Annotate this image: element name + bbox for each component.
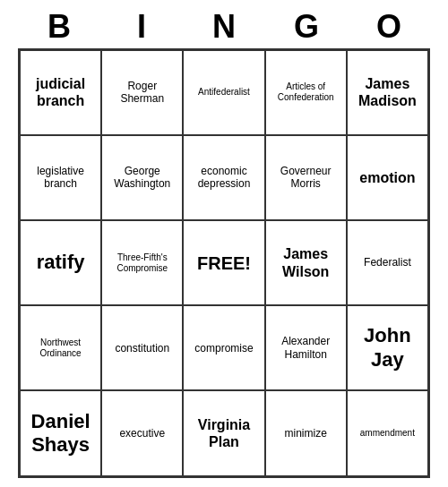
- bingo-cell: constitution: [101, 305, 183, 390]
- bingo-cell: Virginia Plan: [183, 390, 264, 475]
- bingo-cell: James Wilson: [265, 220, 347, 305]
- bingo-cell: Articles of Confederation: [265, 50, 347, 135]
- bingo-letter: G: [265, 9, 348, 45]
- bingo-cell: economic depression: [183, 135, 264, 220]
- bingo-cell: Alexander Hamilton: [265, 305, 347, 390]
- bingo-grid: judicial branchRoger ShermanAntifederali…: [18, 48, 430, 478]
- bingo-cell: Northwest Ordinance: [20, 305, 101, 390]
- bingo-cell: James Madison: [347, 50, 428, 135]
- bingo-letter: O: [348, 9, 430, 45]
- bingo-letter: B: [18, 9, 100, 45]
- bingo-cell: ammendment: [347, 390, 428, 475]
- bingo-cell: Roger Sherman: [101, 50, 183, 135]
- bingo-cell: Federalist: [347, 220, 428, 305]
- bingo-header: BINGO: [18, 9, 430, 45]
- bingo-cell: legislative branch: [20, 135, 101, 220]
- bingo-cell: minimize: [265, 390, 347, 475]
- bingo-letter: I: [100, 9, 183, 45]
- bingo-cell: John Jay: [347, 305, 428, 390]
- bingo-letter: N: [183, 9, 265, 45]
- bingo-cell: FREE!: [183, 220, 264, 305]
- bingo-cell: emotion: [347, 135, 428, 220]
- bingo-cell: Governeur Morris: [265, 135, 347, 220]
- bingo-cell: judicial branch: [20, 50, 101, 135]
- bingo-cell: ratify: [20, 220, 101, 305]
- bingo-cell: Daniel Shays: [20, 390, 101, 475]
- bingo-cell: executive: [101, 390, 183, 475]
- bingo-cell: George Washington: [101, 135, 183, 220]
- bingo-cell: Three-Fifth's Compromise: [101, 220, 183, 305]
- bingo-cell: compromise: [183, 305, 264, 390]
- bingo-cell: Antifederalist: [183, 50, 264, 135]
